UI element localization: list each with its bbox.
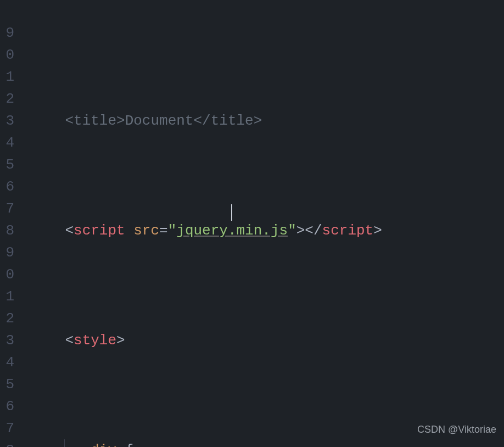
code-line: <title>Document</title>	[31, 110, 382, 132]
watermark: CSDN @Viktoriae	[417, 418, 496, 440]
line-number: 3	[0, 329, 18, 351]
code-editor: 9 0 1 2 3 4 5 6 7 8 9 0 1 2 3 4 5 6 7 8 …	[0, 0, 504, 447]
line-number	[0, 0, 18, 22]
text-cursor	[231, 204, 232, 221]
line-number: 1	[0, 66, 18, 88]
code-area[interactable]: <title>Document</title> <script src="jqu…	[18, 0, 382, 447]
code-line: <style>	[31, 329, 382, 351]
line-number: 7	[0, 198, 18, 220]
line-number: 5	[0, 373, 18, 395]
line-number: 2	[0, 88, 18, 110]
line-number: 0	[0, 44, 18, 66]
line-number: 8	[0, 220, 18, 242]
line-number: 6	[0, 395, 18, 417]
line-number: 1	[0, 286, 18, 308]
line-number: 3	[0, 110, 18, 132]
line-number: 7	[0, 417, 18, 439]
line-number: 0	[0, 264, 18, 286]
line-number: 2	[0, 308, 18, 329]
line-number: 5	[0, 154, 18, 176]
code-line: div {	[31, 439, 382, 447]
line-number: 8	[0, 439, 18, 447]
code-line: <script src="jquery.min.js"></script>	[31, 220, 382, 242]
line-gutter: 9 0 1 2 3 4 5 6 7 8 9 0 1 2 3 4 5 6 7 8	[0, 0, 18, 447]
line-number: 6	[0, 176, 18, 198]
line-number: 9	[0, 22, 18, 44]
line-number: 9	[0, 242, 18, 264]
line-number: 4	[0, 351, 18, 373]
line-number: 4	[0, 132, 18, 154]
